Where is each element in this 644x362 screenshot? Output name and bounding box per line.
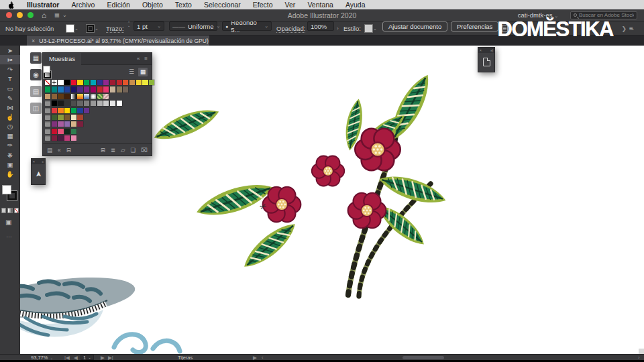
color-group-folder-icon[interactable] xyxy=(45,121,50,127)
opacity-field[interactable]: 100% xyxy=(307,21,334,31)
swatch-000000[interactable] xyxy=(52,101,57,106)
edit-toolbar-button[interactable]: … xyxy=(6,232,13,239)
color-mode-button[interactable] xyxy=(1,208,6,213)
delete-swatch-icon[interactable]: ⌧ xyxy=(141,147,148,154)
cursor-tool-icon[interactable]: ➤ xyxy=(28,168,48,181)
swatch-00A5B8[interactable] xyxy=(91,80,96,85)
swatch-8C7A5B[interactable] xyxy=(117,86,122,92)
swatch-options-icon[interactable]: ⊟ xyxy=(66,147,71,154)
swatch-4D4D4D[interactable] xyxy=(71,101,76,106)
swatch-4A1B3F[interactable] xyxy=(58,135,63,141)
panel-fill-proxy[interactable] xyxy=(43,66,50,73)
swatch-66328E[interactable] xyxy=(84,108,89,113)
swatch-EDE93B[interactable] xyxy=(142,80,148,85)
swatch-D8B48A[interactable] xyxy=(71,121,76,127)
menu-item-ver[interactable]: Ver xyxy=(279,1,302,9)
swatch-kinds-icon[interactable]: ⊞ xyxy=(101,147,105,154)
swatch-FFFFFF[interactable] xyxy=(58,80,63,85)
eyedropper-tool[interactable]: ✑ xyxy=(0,141,20,150)
swatch-B3B3B3[interactable] xyxy=(97,101,103,106)
opacity-more-icon[interactable]: › xyxy=(337,21,339,36)
swatch-42210B[interactable] xyxy=(64,94,70,99)
hand-tool[interactable]: ✋ xyxy=(0,169,20,178)
swatch-21409A[interactable] xyxy=(77,108,83,113)
swatch-736357[interactable] xyxy=(123,86,128,92)
swatch-8C6239[interactable] xyxy=(52,94,57,99)
menu-item-illustrator[interactable]: Illustrator xyxy=(21,1,65,9)
swatch-8A9A3B[interactable] xyxy=(58,115,63,120)
gradient-mode-button[interactable] xyxy=(7,208,12,213)
swatch-gkw[interactable] xyxy=(71,94,76,99)
swatch-E6E6E6[interactable] xyxy=(110,101,115,106)
swatch-3E5E31[interactable] xyxy=(52,115,57,120)
swatch-009E4F[interactable] xyxy=(45,86,50,92)
draw-mode-button[interactable]: ▣ xyxy=(5,219,11,226)
paintbrush-tool[interactable]: ✎ xyxy=(0,93,20,103)
close-icon[interactable]: × xyxy=(480,48,482,52)
artboard-flyout-panel[interactable]: × »| xyxy=(478,47,495,72)
menu-item-ventana[interactable]: Ventana xyxy=(301,1,339,9)
swatch-E2552C[interactable] xyxy=(123,80,128,85)
rectangle-tool[interactable]: ▭ xyxy=(0,84,20,93)
swatch-8DB63C[interactable] xyxy=(149,80,154,85)
new-swatch-icon[interactable]: ❏ xyxy=(131,147,136,154)
stroke-label[interactable]: Trazo: xyxy=(106,24,124,33)
artboard-tool[interactable]: ▣ xyxy=(0,160,20,169)
panel-menu-icon[interactable]: ≡ xyxy=(144,56,148,62)
libraries-panel-icon[interactable]: ◫ xyxy=(30,103,42,114)
swatch-15271C[interactable] xyxy=(64,129,70,134)
swatch-C13A78[interactable] xyxy=(64,135,70,141)
minimize-window-button[interactable] xyxy=(17,12,23,18)
menu-item-edición[interactable]: Edición xyxy=(101,1,136,9)
swatch-EFE3C0[interactable] xyxy=(71,115,76,120)
swatch-4F2D7F[interactable] xyxy=(77,86,83,92)
swatch-00A651[interactable] xyxy=(84,80,89,85)
mesh-tool[interactable]: ▦ xyxy=(0,131,20,141)
swatch-2E3192[interactable] xyxy=(97,80,103,85)
swatch-333333[interactable] xyxy=(64,101,70,106)
stroke-color-swatch[interactable]: ⌄ xyxy=(86,21,99,36)
swatch-603913[interactable] xyxy=(58,94,63,99)
swatch-91278F[interactable] xyxy=(103,80,109,85)
swatch-E8112D[interactable] xyxy=(71,80,76,85)
collapse-icon[interactable]: »| xyxy=(490,48,493,52)
swatch-C8102E[interactable] xyxy=(52,129,57,134)
home-icon[interactable]: ⌂ xyxy=(42,11,46,20)
swatch-9E1B32[interactable] xyxy=(110,80,115,85)
curvature-tool[interactable]: ↷ xyxy=(0,64,20,74)
swatch-F58220[interactable] xyxy=(58,108,63,113)
workspace-switcher-icon[interactable]: ▦ ⌄ xyxy=(54,12,67,18)
scissors-tool[interactable]: ✂ xyxy=(0,55,20,64)
artboard-number-field[interactable]: 1⌄ xyxy=(80,355,94,360)
swatch-C98F4C[interactable] xyxy=(129,80,135,85)
style-swatch[interactable]: ⌄ xyxy=(364,21,377,36)
menu-item-seleccionar[interactable]: Seleccionar xyxy=(198,1,247,9)
swatch-CCCCCC[interactable] xyxy=(103,101,109,106)
new-color-group-icon[interactable]: ▱ xyxy=(121,147,125,154)
swatch-9E005D[interactable] xyxy=(91,86,96,92)
swatch-7A1F3D[interactable] xyxy=(77,121,83,127)
brush-dropdown[interactable]: ●Redondo 5...⌄ xyxy=(222,21,272,31)
menu-item-ayuda[interactable]: Ayuda xyxy=(339,1,372,9)
swatch-E88BB0[interactable] xyxy=(71,135,76,141)
none-mode-button[interactable] xyxy=(14,208,19,213)
swatch-000000[interactable] xyxy=(64,80,70,85)
swatch-E03A3E[interactable] xyxy=(52,108,57,113)
color-group-folder-icon[interactable] xyxy=(45,101,50,106)
swatches-panel-tab[interactable]: Muestras xyxy=(43,53,81,65)
rotate-view-tool[interactable]: ◷ xyxy=(0,122,20,131)
swatch-7A1F3D[interactable] xyxy=(52,135,57,141)
close-tab-icon[interactable]: × xyxy=(32,38,35,44)
color-group-folder-icon[interactable] xyxy=(45,108,50,113)
swatch-gbl[interactable] xyxy=(84,94,89,99)
color-group-folder-icon[interactable] xyxy=(45,129,50,134)
type-tool[interactable]: T xyxy=(0,74,20,84)
width-tool[interactable]: ⋈ xyxy=(0,103,20,112)
swatch-C69C6D[interactable] xyxy=(45,94,50,99)
swatch-E8527A[interactable] xyxy=(58,129,63,134)
swatch-999999[interactable] xyxy=(91,101,96,106)
color-group-folder-icon[interactable] xyxy=(45,115,50,120)
shape-builder-tool[interactable]: ☝ xyxy=(0,112,20,121)
fill-stroke-widget[interactable] xyxy=(2,185,18,202)
collapse-icon[interactable]: » xyxy=(42,160,44,164)
